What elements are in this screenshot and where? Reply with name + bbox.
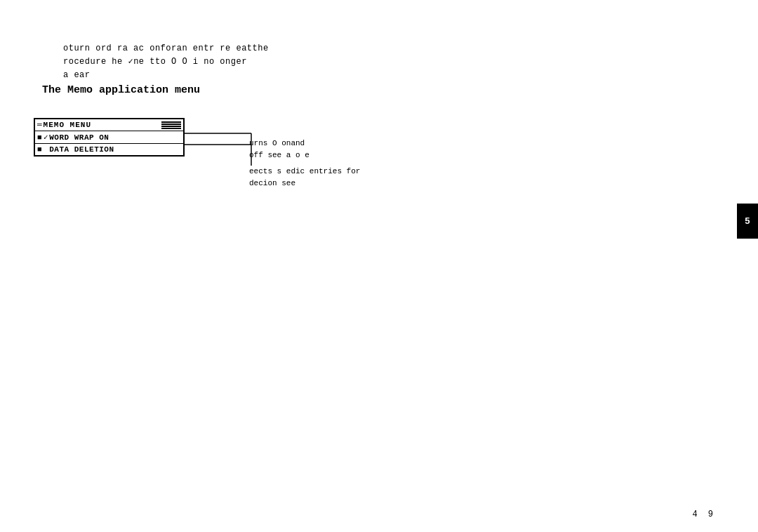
chapter-number: 5 bbox=[745, 216, 750, 227]
callout-label-2: eects s edic entries for decion see bbox=[249, 166, 360, 189]
top-line-3: a ear bbox=[63, 69, 269, 82]
callout-svg bbox=[34, 118, 427, 209]
callout-2-line1: eects s edic entries for bbox=[249, 166, 360, 178]
section-heading: The Memo application menu bbox=[42, 84, 200, 96]
page-number: 4 9 bbox=[692, 510, 716, 519]
callout-1-line1: urns O onand bbox=[249, 138, 310, 149]
chapter-badge: 5 bbox=[737, 204, 758, 239]
callout-label-1: urns O onand off see a o e bbox=[249, 138, 310, 161]
callout-2-line2: decion see bbox=[249, 178, 360, 189]
top-line-2: rocedure he ✓ne tto O O i no onger bbox=[63, 55, 269, 69]
top-line-1: oturn ord ra ac onforan entr re eatthe bbox=[63, 42, 269, 55]
page-content: oturn ord ra ac onforan entr re eatthe r… bbox=[0, 0, 758, 532]
callout-1-line2: off see a o e bbox=[249, 149, 310, 161]
top-text-block: oturn ord ra ac onforan entr re eatthe r… bbox=[63, 42, 269, 83]
